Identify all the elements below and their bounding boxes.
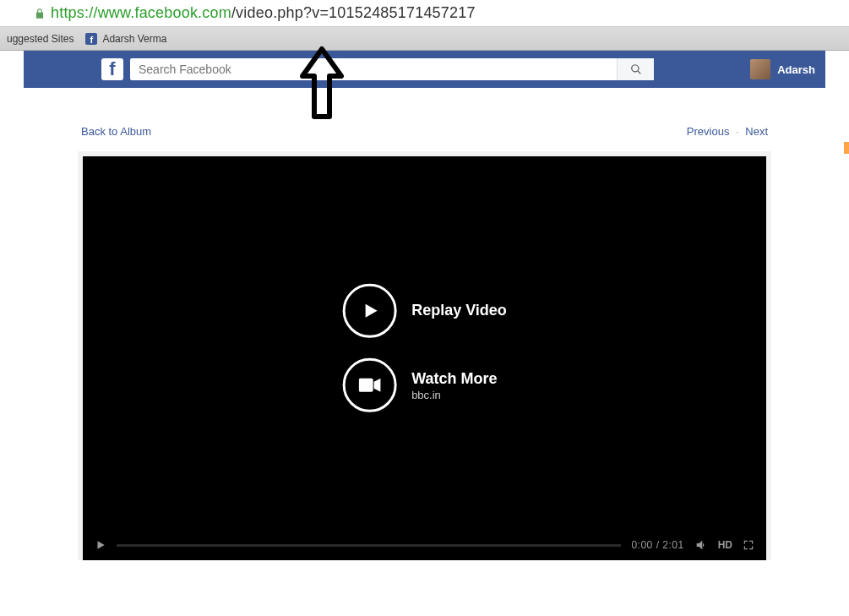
facebook-favicon-icon: f — [85, 33, 97, 45]
facebook-logo-icon[interactable]: f — [101, 58, 123, 80]
search-box — [130, 58, 654, 80]
play-icon — [95, 539, 106, 551]
play-circle-icon — [342, 284, 396, 338]
back-link[interactable]: Back to Album — [81, 125, 151, 138]
content-area: Back to Album Previous · Next Replay Vid… — [78, 125, 771, 560]
bookmark-suggested[interactable]: uggested Sites — [7, 33, 73, 45]
video-player: Replay Video Watch More bbc.in — [83, 156, 766, 560]
search-input[interactable] — [130, 63, 617, 76]
hd-button[interactable]: HD — [718, 539, 732, 551]
watch-more-label: Watch More — [411, 369, 497, 389]
address-bar[interactable]: https://www.facebook.com/video.php?v=101… — [0, 0, 849, 27]
decorative-strip — [844, 142, 849, 154]
time-display: 0:00 / 2:01 — [631, 539, 683, 551]
player-wrapper: Replay Video Watch More bbc.in — [78, 151, 771, 560]
lock-icon — [34, 8, 46, 19]
search-icon — [630, 63, 642, 75]
bookmark-adarsh[interactable]: f Adarsh Verma — [85, 33, 166, 45]
search-button[interactable] — [617, 58, 654, 80]
replay-label: Replay Video — [411, 301, 507, 320]
bookmark-label: Adarsh Verma — [102, 33, 166, 45]
fullscreen-icon — [743, 539, 754, 551]
profile-name: Adarsh — [777, 63, 815, 76]
camera-circle-icon — [342, 358, 396, 412]
bookmark-label: uggested Sites — [7, 33, 73, 45]
play-button[interactable] — [95, 539, 106, 551]
fullscreen-button[interactable] — [743, 539, 754, 551]
album-nav: Back to Album Previous · Next — [78, 125, 771, 138]
avatar — [750, 59, 770, 79]
facebook-top-nav: f Adarsh — [24, 51, 825, 88]
watch-more-button[interactable]: Watch More bbc.in — [342, 358, 507, 412]
watch-more-sub: bbc.in — [411, 389, 497, 401]
replay-button[interactable]: Replay Video — [342, 284, 507, 338]
separator: · — [736, 125, 739, 138]
bookmarks-bar: uggested Sites f Adarsh Verma — [0, 27, 849, 51]
arrow-annotation-icon — [297, 42, 346, 130]
player-center-controls: Replay Video Watch More bbc.in — [342, 284, 507, 412]
profile-link[interactable]: Adarsh — [750, 59, 815, 79]
player-controls: 0:00 / 2:01 HD — [83, 530, 766, 560]
progress-bar[interactable] — [117, 544, 621, 547]
next-link[interactable]: Next — [745, 125, 768, 138]
url-text: https://www.facebook.com/video.php?v=101… — [51, 4, 476, 22]
svg-rect-0 — [358, 379, 373, 392]
volume-button[interactable] — [694, 538, 708, 552]
previous-link[interactable]: Previous — [687, 125, 730, 138]
volume-icon — [694, 538, 708, 552]
